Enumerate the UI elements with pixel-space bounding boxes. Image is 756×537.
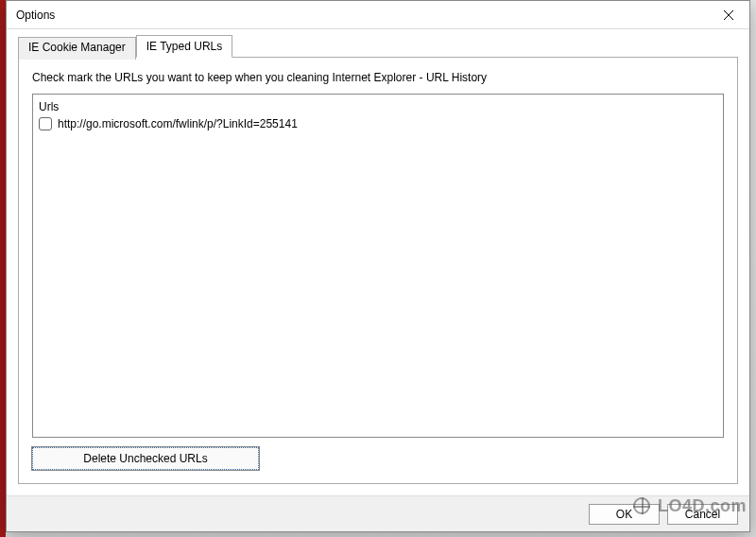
ok-button[interactable]: OK xyxy=(589,504,660,525)
delete-unchecked-urls-button[interactable]: Delete Unchecked URLs xyxy=(32,447,259,470)
options-dialog: Options IE Cookie Manager IE Typed URLs … xyxy=(6,0,750,532)
titlebar: Options xyxy=(7,1,749,29)
tab-ie-cookie-manager[interactable]: IE Cookie Manager xyxy=(18,37,136,60)
list-item[interactable]: http://go.microsoft.com/fwlink/p/?LinkId… xyxy=(39,115,717,132)
tab-ie-typed-urls[interactable]: IE Typed URLs xyxy=(136,35,232,58)
tab-strip: IE Cookie Manager IE Typed URLs xyxy=(18,35,738,58)
close-button[interactable] xyxy=(707,1,749,29)
url-text: http://go.microsoft.com/fwlink/p/?LinkId… xyxy=(58,117,298,130)
dialog-footer: OK Cancel xyxy=(7,495,749,531)
instruction-text: Check mark the URLs you want to keep whe… xyxy=(32,71,724,84)
dialog-content: IE Cookie Manager IE Typed URLs Check ma… xyxy=(7,29,749,495)
url-checkbox[interactable] xyxy=(39,117,52,130)
url-list-header: Urls xyxy=(39,98,717,115)
window-title: Options xyxy=(16,9,55,22)
cancel-button[interactable]: Cancel xyxy=(667,504,738,525)
tab-panel-ie-typed-urls: Check mark the URLs you want to keep whe… xyxy=(18,57,738,484)
url-listbox[interactable]: Urls http://go.microsoft.com/fwlink/p/?L… xyxy=(32,94,724,438)
close-icon xyxy=(724,10,733,20)
